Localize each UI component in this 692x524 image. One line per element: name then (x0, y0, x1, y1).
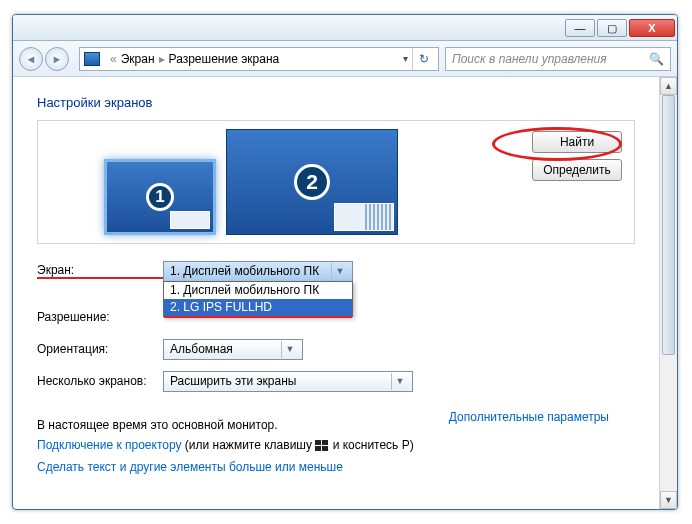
monitor-2-taskbar (334, 203, 394, 231)
breadcrumb-sep: « (110, 52, 117, 66)
breadcrumb-1[interactable]: Экран (121, 52, 155, 66)
resolution-label: Разрешение: (37, 310, 163, 324)
scroll-up-button[interactable]: ▲ (660, 77, 677, 95)
projector-link[interactable]: Подключение к проектору (37, 438, 182, 452)
annotation-underline (164, 316, 352, 318)
page-heading: Настройки экранов (37, 95, 635, 110)
breadcrumb-2[interactable]: Разрешение экрана (169, 52, 280, 66)
maximize-button[interactable]: ▢ (597, 19, 627, 37)
scroll-down-button[interactable]: ▼ (660, 491, 677, 509)
monitor-2-number: 2 (294, 164, 330, 200)
projector-hint-b: и коснитесь P) (329, 438, 413, 452)
find-button[interactable]: Найти (532, 131, 622, 153)
multi-value: Расширить эти экраны (170, 374, 296, 388)
nav-forward-button[interactable]: ► (45, 47, 69, 71)
monitor-2[interactable]: 2 (226, 129, 398, 235)
address-bar[interactable]: « Экран ▸ Разрешение экрана ▾ ↻ (79, 47, 439, 71)
monitors-panel: 1 2 Найти Определить (37, 120, 635, 244)
titlebar: — ▢ X (13, 15, 677, 41)
settings-form: Экран: 1. Дисплей мобильного ПК ▼ 1. Дис… (37, 258, 635, 474)
content-body: Настройки экранов 1 2 (13, 77, 677, 509)
nav-back-button[interactable]: ◄ (19, 47, 43, 71)
projector-hint-a: (или нажмите клавишу (182, 438, 316, 452)
screen-combo[interactable]: 1. Дисплей мобильного ПК ▼ (163, 261, 353, 282)
navbar: ◄ ► « Экран ▸ Разрешение экрана ▾ ↻ Поис… (13, 41, 677, 77)
text-size-link[interactable]: Сделать текст и другие элементы больше и… (37, 460, 343, 474)
screen-option-1[interactable]: 1. Дисплей мобильного ПК (164, 282, 352, 299)
multi-label: Несколько экранов: (37, 374, 163, 388)
address-dropdown-icon[interactable]: ▾ (403, 53, 408, 64)
windows-key-icon (315, 440, 329, 452)
orientation-combo[interactable]: Альбомная ▼ (163, 339, 303, 360)
monitor-1-taskbar (170, 211, 210, 229)
search-input[interactable]: Поиск в панели управления 🔍 (445, 47, 671, 71)
multi-combo[interactable]: Расширить эти экраны ▼ (163, 371, 413, 392)
screen-dropdown: 1. Дисплей мобильного ПК 2. LG IPS FULLH… (163, 281, 353, 317)
chevron-down-icon: ▼ (331, 263, 348, 280)
chevron-down-icon: ▼ (281, 341, 298, 358)
content-area: Настройки экранов 1 2 (13, 77, 659, 509)
orientation-value: Альбомная (170, 342, 233, 356)
screen-option-2[interactable]: 2. LG IPS FULLHD (164, 299, 352, 316)
minimize-button[interactable]: — (565, 19, 595, 37)
screen-label: Экран: (37, 263, 163, 279)
svg-rect-2 (315, 446, 321, 451)
monitor-1-number: 1 (146, 183, 174, 211)
scroll-thumb[interactable] (662, 95, 675, 355)
advanced-params-link[interactable]: Дополнительные параметры (449, 410, 609, 424)
control-panel-window: — ▢ X ◄ ► « Экран ▸ Разрешение экрана ▾ … (12, 14, 678, 510)
breadcrumb-arrow: ▸ (159, 52, 165, 66)
refresh-button[interactable]: ↻ (412, 48, 434, 70)
chevron-down-icon: ▼ (391, 373, 408, 390)
orientation-label: Ориентация: (37, 342, 163, 356)
search-placeholder: Поиск в панели управления (452, 52, 607, 66)
search-icon: 🔍 (649, 52, 664, 66)
monitor-1[interactable]: 1 (104, 159, 216, 235)
svg-rect-1 (322, 440, 328, 445)
primary-monitor-info: В настоящее время это основной монитор. (37, 418, 278, 432)
close-button[interactable]: X (629, 19, 675, 37)
vertical-scrollbar[interactable]: ▲ ▼ (659, 77, 677, 509)
svg-rect-3 (322, 446, 328, 451)
screen-combo-value: 1. Дисплей мобильного ПК (170, 264, 319, 278)
identify-button[interactable]: Определить (532, 159, 622, 181)
monitor-icon (84, 52, 100, 66)
svg-rect-0 (315, 440, 321, 445)
